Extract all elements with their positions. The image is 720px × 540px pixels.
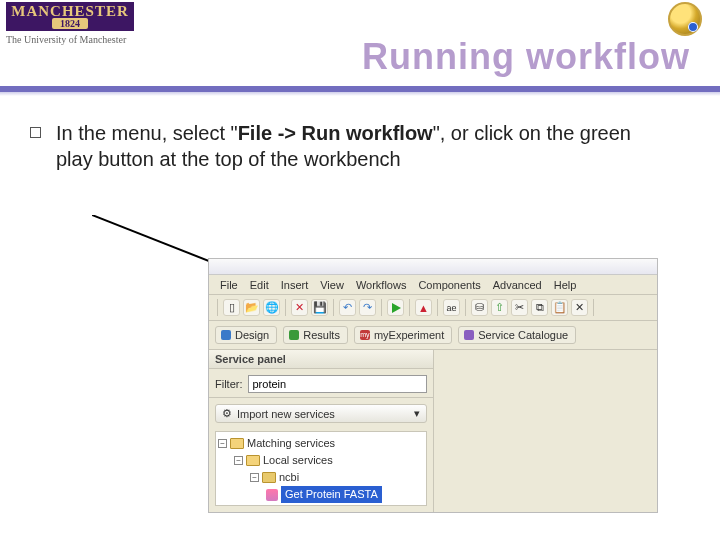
open-url-icon[interactable]: 🌐 [263, 299, 280, 316]
import-services-button[interactable]: ⚙ Import new services ▾ [215, 404, 427, 423]
service-catalogue-icon [464, 330, 474, 340]
run-workflow-play-icon[interactable] [387, 299, 404, 316]
db-icon[interactable]: ⛁ [471, 299, 488, 316]
undo-icon[interactable]: ↶ [339, 299, 356, 316]
menubar: File Edit Insert View Workflows Componen… [209, 275, 657, 295]
svg-marker-2 [392, 303, 401, 313]
manchester-logo: MANCHESTER 1824 The University of Manche… [6, 2, 134, 45]
redo-icon[interactable]: ↷ [359, 299, 376, 316]
folder-icon [262, 472, 276, 483]
copy-icon[interactable]: ⧉ [531, 299, 548, 316]
perspective-bar: Design Results my myExperiment Service C… [209, 321, 657, 350]
delete-icon[interactable]: ✕ [571, 299, 588, 316]
bullet-marker [30, 127, 41, 138]
menu-insert[interactable]: Insert [276, 278, 314, 292]
menu-edit[interactable]: Edit [245, 278, 274, 292]
perspective-design[interactable]: Design [215, 326, 277, 344]
service-panel-title: Service panel [209, 350, 433, 369]
tree-node-local[interactable]: − Local services [218, 452, 424, 469]
menu-help[interactable]: Help [549, 278, 582, 292]
logo-subtitle: The University of Manchester [6, 31, 134, 45]
filter-label: Filter: [215, 378, 243, 390]
myexperiment-icon: my [360, 330, 370, 340]
window-titlebar [209, 259, 657, 275]
app-screenshot: File Edit Insert View Workflows Componen… [208, 258, 658, 513]
folder-icon [246, 455, 260, 466]
results-icon [289, 330, 299, 340]
service-tree: − Matching services − Local services − n… [215, 431, 427, 506]
paste-icon[interactable]: 📋 [551, 299, 568, 316]
save-icon[interactable]: 💾 [311, 299, 328, 316]
folder-icon [230, 438, 244, 449]
menu-advanced[interactable]: Advanced [488, 278, 547, 292]
menu-file[interactable]: File [215, 278, 243, 292]
tree-node-matching[interactable]: − Matching services [218, 435, 424, 452]
import-icon: ⚙ [222, 407, 232, 420]
toolbar: ▯ 📂 🌐 ✕ 💾 ↶ ↷ ▲ ae ⛁ ⇧ ✂ ⧉ 📋 ✕ [209, 295, 657, 321]
open-icon[interactable]: 📂 [243, 299, 260, 316]
tree-leaf-get-protein-fasta[interactable]: Get Protein FASTA [218, 486, 424, 503]
collapse-icon[interactable]: − [218, 439, 227, 448]
perspective-service-catalogue[interactable]: Service Catalogue [458, 326, 576, 344]
upload-icon[interactable]: ⇧ [491, 299, 508, 316]
cut-icon[interactable]: ✂ [511, 299, 528, 316]
validate-icon[interactable]: ▲ [415, 299, 432, 316]
menu-view[interactable]: View [315, 278, 349, 292]
filter-input[interactable] [248, 375, 427, 393]
new-icon[interactable]: ▯ [223, 299, 240, 316]
seal-icon [668, 2, 702, 36]
service-panel: Service panel Filter: ⚙ Import new servi… [209, 350, 434, 512]
perspective-results[interactable]: Results [283, 326, 348, 344]
collapse-icon[interactable]: − [250, 473, 259, 482]
workbench-canvas [434, 350, 658, 512]
menu-components[interactable]: Components [413, 278, 485, 292]
close-icon[interactable]: ✕ [291, 299, 308, 316]
perspective-myexperiment[interactable]: my myExperiment [354, 326, 452, 344]
tree-node-ncbi[interactable]: − ncbi [218, 469, 424, 486]
collapse-icon[interactable]: − [234, 456, 243, 465]
chevron-down-icon: ▾ [414, 407, 420, 420]
service-icon [266, 489, 278, 501]
design-icon [221, 330, 231, 340]
ae-icon[interactable]: ae [443, 299, 460, 316]
bullet-text: In the menu, select "File -> Run workflo… [56, 120, 660, 173]
tree-leaf-label: Get Protein FASTA [281, 486, 382, 503]
slide-title: Running workflow [362, 36, 690, 78]
menu-workflows[interactable]: Workflows [351, 278, 412, 292]
